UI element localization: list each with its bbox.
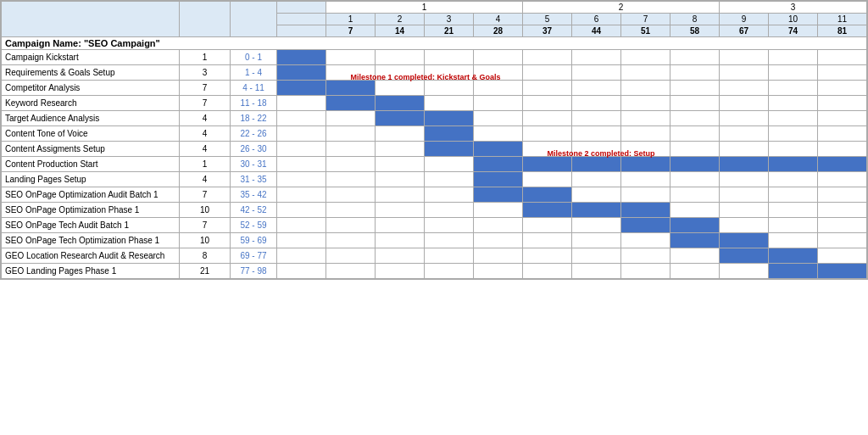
- gantt-cell: [670, 187, 720, 203]
- gantt-cell: [769, 264, 818, 279]
- gantt-cell: [572, 233, 621, 248]
- task-row: Target Audience Analysis418 - 22: [2, 111, 867, 126]
- day-21: 21: [425, 25, 474, 37]
- gantt-cell: [474, 50, 523, 65]
- gantt-cell: [818, 172, 867, 187]
- task-range: 77 - 98: [231, 264, 277, 279]
- task-duration: 10: [180, 203, 231, 218]
- gantt-cell: [474, 218, 523, 233]
- gantt-cell: [277, 187, 326, 203]
- gantt-cell: [277, 65, 326, 81]
- task-name: Content Assigments Setup: [2, 142, 180, 157]
- gantt-cell: [376, 233, 425, 248]
- gantt-cell: [326, 157, 376, 172]
- task-row: SEO OnPage Optimization Audit Batch 1735…: [2, 187, 867, 203]
- gantt-cell: [720, 126, 769, 142]
- task-name: Competitor Analysis: [2, 81, 180, 96]
- gantt-cell: [720, 50, 769, 65]
- gantt-cell: [474, 264, 523, 279]
- task-range: 18 - 22: [231, 111, 277, 126]
- milestone-label: Milestone 1 completed: Kickstart & Goals: [351, 73, 501, 81]
- gantt-cell: [818, 264, 867, 279]
- gantt-cell: [277, 172, 326, 187]
- gantt-cell: [425, 111, 474, 126]
- gantt-cell: [425, 126, 474, 142]
- gantt-cell: [670, 157, 720, 172]
- gantt-cell: [670, 111, 720, 126]
- gantt-cell: [376, 157, 425, 172]
- gantt-cell: [621, 65, 670, 81]
- week-2: 2: [376, 14, 425, 25]
- gantt-cell: [326, 81, 376, 96]
- gantt-cell: [621, 81, 670, 96]
- gantt-cell: [720, 96, 769, 111]
- gantt-cell: [523, 65, 572, 81]
- gantt-cell: [277, 233, 326, 248]
- gantt-cell: [670, 218, 720, 233]
- gantt-cell: [326, 233, 376, 248]
- gantt-cell: [376, 50, 425, 65]
- gantt-cell: [523, 203, 572, 218]
- gantt-cell: [523, 50, 572, 65]
- gantt-cell: [818, 81, 867, 96]
- gantt-cell: [523, 264, 572, 279]
- gantt-cell: [720, 248, 769, 264]
- gantt-cell: [818, 218, 867, 233]
- gantt-cell: [818, 50, 867, 65]
- task-duration: 7: [180, 187, 231, 203]
- gantt-cell: [720, 111, 769, 126]
- gantt-cell: [621, 157, 670, 172]
- gantt-cell: [523, 81, 572, 96]
- gantt-cell: [523, 172, 572, 187]
- days-label: [277, 25, 326, 37]
- gantt-cell: [720, 172, 769, 187]
- task-range: 4 - 11: [231, 81, 277, 96]
- gantt-cell: [720, 81, 769, 96]
- milestone-label: Milestone 2 completed: Setup: [548, 149, 655, 158]
- task-range: 0 - 1: [231, 50, 277, 65]
- task-range: 69 - 77: [231, 248, 277, 264]
- task-duration: 3: [180, 65, 231, 81]
- task-name: Campaign Kickstart: [2, 50, 180, 65]
- gantt-cell: [376, 142, 425, 157]
- task-row: Campaign Kickstart10 - 1: [2, 50, 867, 65]
- gantt-cell: [277, 264, 326, 279]
- week-9: 9: [720, 14, 769, 25]
- gantt-cell: [818, 111, 867, 126]
- task-name: Requirements & Goals Setup: [2, 65, 180, 81]
- gantt-cell: [670, 203, 720, 218]
- task-duration: 8: [180, 248, 231, 264]
- gantt-cell: [572, 187, 621, 203]
- task-row: SEO OnPage Tech Audit Batch 1752 - 59: [2, 218, 867, 233]
- gantt-cell: [572, 248, 621, 264]
- gantt-cell: [720, 203, 769, 218]
- month-1: 1: [326, 2, 523, 14]
- task-name: Landing Pages Setup: [2, 172, 180, 187]
- gantt-cell: [376, 218, 425, 233]
- gantt-cell: [425, 81, 474, 96]
- gantt-cell: [523, 96, 572, 111]
- gantt-cell: [621, 233, 670, 248]
- campaign-title: Campaign Name: "SEO Campaign": [2, 37, 867, 50]
- gantt-cell: [474, 248, 523, 264]
- gantt-cell: [572, 203, 621, 218]
- gantt-cell: [720, 264, 769, 279]
- gantt-cell: [621, 172, 670, 187]
- gantt-cell: [376, 172, 425, 187]
- day-81: 81: [818, 25, 867, 37]
- task-row: GEO Location Research Audit & Research86…: [2, 248, 867, 264]
- gantt-cell: [621, 187, 670, 203]
- gantt-cell: [474, 142, 523, 157]
- gantt-cell: [818, 203, 867, 218]
- gantt-cell: [769, 218, 818, 233]
- gantt-cell: [769, 96, 818, 111]
- gantt-cell: [523, 111, 572, 126]
- task-range: 42 - 52: [231, 203, 277, 218]
- gantt-cell: [670, 248, 720, 264]
- task-name: SEO OnPage Optimization Phase 1: [2, 203, 180, 218]
- gantt-cell: [818, 142, 867, 157]
- gantt-cell: [621, 203, 670, 218]
- gantt-cell: [769, 50, 818, 65]
- day-37: 37: [523, 25, 572, 37]
- gantt-cell: [621, 264, 670, 279]
